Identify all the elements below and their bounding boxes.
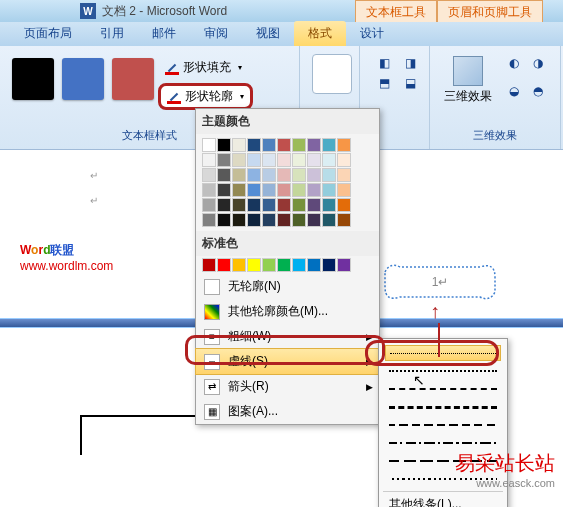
- tab-layout[interactable]: 页面布局: [10, 21, 86, 46]
- color-swatch[interactable]: [247, 213, 261, 227]
- color-swatch[interactable]: [322, 258, 336, 272]
- banner-shape[interactable]: 1↵: [380, 262, 500, 302]
- color-swatch[interactable]: [337, 213, 351, 227]
- color-swatch[interactable]: [247, 258, 261, 272]
- 3d-tilt-1[interactable]: ◐: [502, 54, 526, 72]
- weight-item[interactable]: ≡ 粗细(W) ▶: [196, 324, 379, 349]
- color-swatch[interactable]: [277, 198, 291, 212]
- style-swatch-2[interactable]: [62, 58, 104, 100]
- color-swatch[interactable]: [292, 213, 306, 227]
- color-swatch[interactable]: [232, 198, 246, 212]
- color-swatch[interactable]: [292, 153, 306, 167]
- tab-references[interactable]: 引用: [86, 21, 138, 46]
- color-swatch[interactable]: [247, 183, 261, 197]
- color-swatch[interactable]: [322, 138, 336, 152]
- shape-outline-button[interactable]: 形状轮廓 ▾: [158, 83, 253, 110]
- color-swatch[interactable]: [247, 138, 261, 152]
- color-swatch[interactable]: [277, 183, 291, 197]
- color-swatch[interactable]: [232, 153, 246, 167]
- color-swatch[interactable]: [232, 258, 246, 272]
- color-swatch[interactable]: [217, 213, 231, 227]
- shadow-btn-3[interactable]: ⬒: [372, 74, 396, 92]
- color-swatch[interactable]: [262, 153, 276, 167]
- style-swatch-3[interactable]: [112, 58, 154, 100]
- color-swatch[interactable]: [202, 138, 216, 152]
- 3d-tilt-4[interactable]: ◓: [526, 82, 550, 100]
- color-swatch[interactable]: [202, 258, 216, 272]
- dash-style-1[interactable]: [385, 345, 501, 361]
- color-swatch[interactable]: [337, 258, 351, 272]
- dashes-item[interactable]: ┄ 虚线(S) ▶: [195, 348, 380, 375]
- color-swatch[interactable]: [217, 168, 231, 182]
- textbox-tools-tab[interactable]: 文本框工具: [355, 0, 437, 22]
- color-swatch[interactable]: [262, 183, 276, 197]
- color-swatch[interactable]: [202, 153, 216, 167]
- color-swatch[interactable]: [307, 183, 321, 197]
- 3d-effects-button[interactable]: 三维效果: [438, 50, 498, 111]
- color-swatch[interactable]: [217, 258, 231, 272]
- shadow-btn-2[interactable]: ◨: [398, 54, 422, 72]
- shape-fill-button[interactable]: 形状填充 ▾: [158, 56, 253, 79]
- color-swatch[interactable]: [322, 213, 336, 227]
- color-swatch[interactable]: [277, 258, 291, 272]
- color-swatch[interactable]: [292, 258, 306, 272]
- color-swatch[interactable]: [277, 138, 291, 152]
- pattern-item[interactable]: ▦ 图案(A)...: [196, 399, 379, 424]
- color-swatch[interactable]: [307, 168, 321, 182]
- tab-review[interactable]: 审阅: [190, 21, 242, 46]
- color-swatch[interactable]: [247, 168, 261, 182]
- color-swatch[interactable]: [277, 168, 291, 182]
- color-swatch[interactable]: [322, 153, 336, 167]
- color-swatch[interactable]: [322, 183, 336, 197]
- color-swatch[interactable]: [307, 198, 321, 212]
- more-colors-item[interactable]: 其他轮廓颜色(M)...: [196, 299, 379, 324]
- color-swatch[interactable]: [292, 168, 306, 182]
- color-swatch[interactable]: [247, 153, 261, 167]
- 3d-tilt-2[interactable]: ◑: [526, 54, 550, 72]
- 3d-tilt-3[interactable]: ◒: [502, 82, 526, 100]
- color-swatch[interactable]: [247, 198, 261, 212]
- other-lines-item[interactable]: 其他线条(L)...: [383, 491, 503, 507]
- color-swatch[interactable]: [217, 138, 231, 152]
- color-swatch[interactable]: [292, 198, 306, 212]
- color-swatch[interactable]: [307, 153, 321, 167]
- color-swatch[interactable]: [277, 153, 291, 167]
- color-swatch[interactable]: [262, 213, 276, 227]
- color-swatch[interactable]: [292, 183, 306, 197]
- color-swatch[interactable]: [292, 138, 306, 152]
- color-swatch[interactable]: [217, 198, 231, 212]
- color-swatch[interactable]: [232, 183, 246, 197]
- color-swatch[interactable]: [337, 168, 351, 182]
- tab-mailings[interactable]: 邮件: [138, 21, 190, 46]
- arrows-item[interactable]: ⇄ 箭头(R) ▶: [196, 374, 379, 399]
- header-footer-tools-tab[interactable]: 页眉和页脚工具: [437, 0, 543, 22]
- color-swatch[interactable]: [217, 153, 231, 167]
- color-swatch[interactable]: [262, 138, 276, 152]
- color-swatch[interactable]: [337, 198, 351, 212]
- color-swatch[interactable]: [202, 168, 216, 182]
- no-outline-item[interactable]: 无轮廓(N): [196, 274, 379, 299]
- color-swatch[interactable]: [262, 198, 276, 212]
- color-swatch[interactable]: [337, 183, 351, 197]
- color-swatch[interactable]: [202, 198, 216, 212]
- color-swatch[interactable]: [262, 168, 276, 182]
- shadow-btn-1[interactable]: ◧: [372, 54, 396, 72]
- tab-view[interactable]: 视图: [242, 21, 294, 46]
- color-swatch[interactable]: [322, 198, 336, 212]
- color-swatch[interactable]: [307, 258, 321, 272]
- color-swatch[interactable]: [307, 138, 321, 152]
- dash-style-6[interactable]: [385, 435, 501, 451]
- tab-design[interactable]: 设计: [346, 21, 398, 46]
- color-swatch[interactable]: [217, 183, 231, 197]
- color-swatch[interactable]: [337, 138, 351, 152]
- dash-style-5[interactable]: [385, 417, 501, 433]
- color-swatch[interactable]: [232, 213, 246, 227]
- color-swatch[interactable]: [232, 168, 246, 182]
- color-swatch[interactable]: [202, 213, 216, 227]
- tab-format[interactable]: 格式: [294, 21, 346, 46]
- color-swatch[interactable]: [277, 213, 291, 227]
- color-swatch[interactable]: [262, 258, 276, 272]
- color-swatch[interactable]: [322, 168, 336, 182]
- color-swatch[interactable]: [232, 138, 246, 152]
- color-swatch[interactable]: [337, 153, 351, 167]
